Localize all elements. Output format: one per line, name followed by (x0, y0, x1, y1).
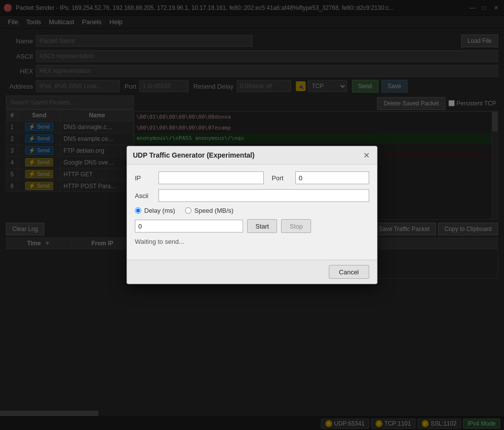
modal-stop-button[interactable]: Stop (281, 219, 311, 233)
modal-overlay: UDP Traffic Generator (Experimental) ✕ I… (0, 0, 504, 430)
udp-traffic-modal: UDP Traffic Generator (Experimental) ✕ I… (126, 146, 378, 284)
modal-delay-input[interactable] (135, 220, 243, 232)
modal-ip-row: IP Port (135, 171, 369, 184)
speed-radio-label[interactable]: Speed (MB/s) (185, 207, 233, 214)
modal-port-input[interactable] (295, 171, 369, 184)
modal-cancel-button[interactable]: Cancel (329, 265, 369, 279)
modal-footer: Cancel (127, 260, 377, 284)
modal-title: UDP Traffic Generator (Experimental) (133, 151, 254, 159)
modal-ascii-row: Ascii (135, 189, 369, 202)
delay-radio[interactable] (135, 207, 141, 214)
modal-status: Waiting to send... (135, 238, 369, 248)
modal-ip-input[interactable] (158, 171, 264, 184)
modal-header: UDP Traffic Generator (Experimental) ✕ (127, 146, 377, 165)
modal-radio-row: Delay (ms) Speed (MB/s) (135, 207, 369, 214)
modal-start-button[interactable]: Start (247, 219, 277, 233)
speed-radio[interactable] (185, 207, 191, 214)
modal-ascii-label: Ascii (135, 192, 155, 199)
modal-ascii-input[interactable] (158, 189, 369, 202)
modal-close-button[interactable]: ✕ (361, 150, 371, 160)
modal-ip-label: IP (135, 174, 155, 182)
delay-radio-label[interactable]: Delay (ms) (135, 207, 175, 214)
modal-port-label: Port (272, 174, 291, 182)
modal-body: IP Port Ascii Delay (ms) Speed (MB/s) (127, 165, 377, 260)
modal-delay-row: Start Stop (135, 219, 369, 233)
